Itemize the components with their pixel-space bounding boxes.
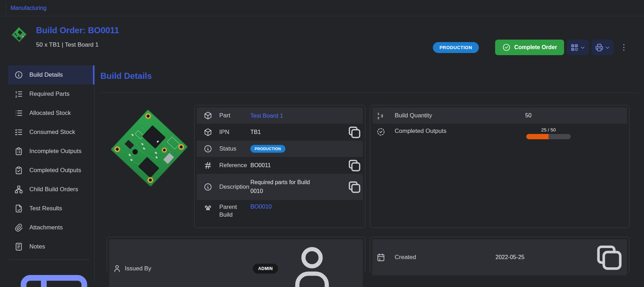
row-value: ADMIN (253, 239, 342, 287)
row-value: PRODUCTION (250, 145, 346, 153)
page-subtitle: 50 x TB1 | Test Board 1 (36, 41, 119, 48)
list-numbers-icon: 12 (14, 89, 23, 99)
status-badge: PRODUCTION (433, 42, 479, 53)
paperclip-icon (14, 223, 23, 232)
dots-vertical-icon (619, 43, 628, 52)
copy-button[interactable] (346, 124, 363, 141)
sidebar-item-child-build-orders[interactable]: Child Build Orders (8, 180, 94, 199)
table-row: 1Created2022-05-25 (372, 239, 627, 275)
svg-text:1: 1 (377, 112, 379, 116)
issued-by-card: Issued ByADMINSource LocationAny locatio… (107, 237, 365, 273)
sidebar-item-incomplete-outputs[interactable]: Incomplete Outputs (8, 142, 94, 161)
copy-cell (346, 157, 363, 174)
user-badge: ADMIN (253, 264, 278, 274)
part-thumbnail[interactable] (11, 25, 28, 44)
progress-label: 25 / 50 (541, 127, 556, 133)
row-value: BO0011 (250, 161, 346, 170)
file-check-icon (14, 204, 23, 213)
sidebar-item-notes[interactable]: Notes (8, 237, 94, 256)
build-quantity-table: 123Build Quantity50Completed Outputs25 /… (372, 107, 627, 146)
table-row: Parent BuildBO0010 (197, 200, 363, 230)
sidebar-divider (8, 259, 89, 260)
table-row: DescriptionRequired parts for Build 0010 (197, 174, 363, 200)
sidebar-item-label: Incomplete Outputs (29, 148, 81, 155)
row-label: IPN (219, 128, 250, 136)
sidebar-item-allocated-stock[interactable]: Allocated Stock (8, 104, 94, 123)
table-row: StatusPRODUCTION (197, 141, 363, 157)
row-value: TB1 (250, 128, 346, 137)
sidebar-item-completed-outputs[interactable]: Completed Outputs (8, 161, 94, 180)
build-details-panel: PartTest Board 1IPNTB1StatusPRODUCTIONRe… (107, 105, 365, 228)
detail-link[interactable]: Test Board 1 (250, 112, 283, 119)
build-details-table: PartTest Board 1IPNTB1StatusPRODUCTIONRe… (197, 107, 363, 230)
svg-text:1: 1 (379, 258, 381, 261)
clipboard-check-icon (14, 166, 23, 175)
created-table: 1Created2022-05-25 (372, 239, 627, 275)
notes-icon (14, 242, 23, 251)
list-check-icon (14, 128, 23, 137)
row-label: Build Quantity (389, 112, 495, 119)
sidebar: Build Details12Required PartsAllocated S… (0, 65, 95, 282)
svg-text:2: 2 (15, 95, 17, 98)
complete-order-label: Complete Order (514, 44, 557, 51)
row-label: Parent Build (219, 203, 250, 219)
info-circle-icon (197, 144, 219, 153)
part-image[interactable] (105, 104, 193, 193)
sidebar-item-build-details[interactable]: Build Details (8, 65, 94, 84)
copy-button[interactable] (346, 178, 363, 195)
row-value: Test Board 1 (250, 112, 346, 119)
progress-bar: 25 / 50 (526, 127, 571, 139)
print-actions-button[interactable] (592, 40, 614, 55)
sidebar-item-label: Allocated Stock (29, 110, 71, 117)
copy-icon (346, 157, 363, 174)
value-text: 50 (525, 111, 532, 120)
sidebar-item-label: Attachments (29, 224, 63, 231)
section-divider (100, 93, 639, 93)
sidebar-item-label: Consumed Stock (29, 129, 75, 136)
chevron-down-icon (604, 45, 610, 51)
chevron-down-icon (580, 45, 586, 51)
sitemap-icon (14, 185, 23, 194)
box-icon (197, 111, 219, 120)
calendar-icon: 1 (372, 253, 389, 262)
sidebar-item-required-parts[interactable]: 12Required Parts (8, 84, 94, 104)
row-value: 25 / 50 (495, 127, 588, 139)
row-label: Issued By (125, 265, 253, 273)
progress-fill (526, 134, 549, 139)
circle-check-icon (502, 43, 511, 52)
overflow-menu-button[interactable] (619, 43, 628, 52)
build-quantity-card: 123Build Quantity50Completed Outputs25 /… (370, 105, 630, 228)
detail-link[interactable]: BO0010 (250, 203, 272, 210)
copy-cell (346, 124, 363, 141)
value-text: BO0011 (250, 161, 271, 170)
value-text: 2022-05-25 (495, 253, 524, 262)
sidebar-item-test-results[interactable]: Test Results (8, 199, 94, 218)
sidebar-item-label: Child Build Orders (29, 186, 78, 193)
copy-cell (588, 239, 627, 275)
breadcrumb-bar: Manufacturing (0, 0, 644, 16)
row-label: Status (219, 145, 250, 153)
sidebar-item-label: Completed Outputs (29, 167, 81, 174)
svg-text:2: 2 (377, 116, 379, 120)
layout-sidebar-collapse-icon (13, 264, 94, 287)
collapse-sidebar-button[interactable] (13, 264, 94, 287)
breadcrumb-link-manufacturing[interactable]: Manufacturing (11, 5, 46, 11)
page-title: Build Order: BO0011 (36, 25, 119, 36)
sidebar-item-attachments[interactable]: Attachments (8, 218, 94, 237)
progress-check-icon (372, 127, 389, 136)
clipboard-list-icon (14, 147, 23, 156)
copy-button[interactable] (591, 239, 627, 275)
part-image-box (107, 105, 194, 228)
copy-button[interactable] (346, 157, 363, 174)
table-row: ReferenceBO0011 (197, 157, 363, 174)
section-title: Build Details (100, 71, 644, 81)
row-value: 50 (495, 111, 588, 120)
value-text: Required parts for Build 0010 (250, 178, 311, 196)
printer-icon (595, 43, 604, 52)
issued-by-table: Issued ByADMINSource LocationAny locatio… (109, 239, 363, 287)
qr-actions-button[interactable] (567, 40, 589, 55)
sidebar-item-consumed-stock[interactable]: Consumed Stock (8, 123, 94, 142)
main-content: Build Details PartTest Board 1IPNTB1Stat… (95, 65, 644, 287)
complete-order-button[interactable]: Complete Order (495, 40, 564, 55)
build-details-card: PartTest Board 1IPNTB1StatusPRODUCTIONRe… (194, 105, 365, 228)
